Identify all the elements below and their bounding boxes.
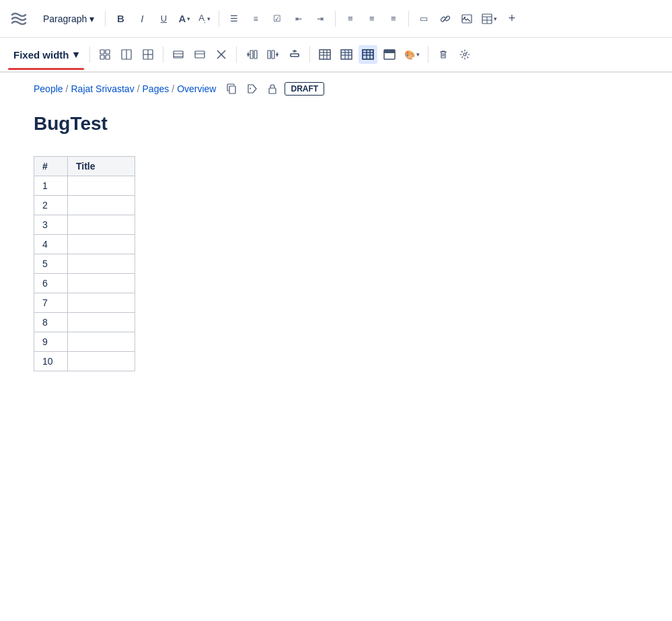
align-center-button[interactable]: ≡ bbox=[363, 9, 381, 28]
main-content: BugTest # Title 12345678910 bbox=[0, 102, 672, 398]
cell-title[interactable] bbox=[68, 293, 135, 313]
indent-less-button[interactable]: ⇤ bbox=[289, 9, 308, 28]
bullet-list-button[interactable]: ☰ bbox=[225, 9, 244, 28]
page-title[interactable]: BugTest bbox=[34, 108, 638, 140]
table-row[interactable]: 1 bbox=[34, 176, 135, 196]
app-logo bbox=[8, 8, 30, 30]
italic-button[interactable]: I bbox=[133, 9, 151, 28]
settings-button[interactable] bbox=[455, 45, 474, 64]
paragraph-label: Paragraph bbox=[43, 13, 87, 24]
table-row[interactable]: 5 bbox=[34, 254, 135, 274]
image-button[interactable] bbox=[457, 9, 476, 28]
font-style-button[interactable]: Aᵢ ▾ bbox=[196, 9, 213, 28]
data-table: # Title 12345678910 bbox=[34, 156, 135, 371]
svg-rect-44 bbox=[363, 50, 373, 59]
cell-title[interactable] bbox=[68, 235, 135, 254]
table-t4-button[interactable] bbox=[169, 45, 188, 64]
cell-title[interactable] bbox=[68, 332, 135, 352]
svg-rect-22 bbox=[250, 50, 253, 59]
numbered-list-button[interactable]: ≡ bbox=[246, 9, 265, 28]
delete-table-button[interactable] bbox=[434, 45, 453, 64]
table-row[interactable]: 7 bbox=[34, 293, 135, 313]
table-t5-button[interactable] bbox=[190, 45, 209, 64]
table-row[interactable]: 4 bbox=[34, 235, 135, 254]
cell-title[interactable] bbox=[68, 196, 135, 215]
table-button[interactable]: ▾ bbox=[479, 9, 500, 28]
cell-num[interactable]: 1 bbox=[34, 176, 68, 196]
cell-num[interactable]: 9 bbox=[34, 332, 68, 352]
col-insert-left-button[interactable] bbox=[242, 45, 261, 64]
paragraph-style-button[interactable]: Paragraph ▾ bbox=[38, 11, 100, 27]
table-row[interactable]: 3 bbox=[34, 215, 135, 235]
table-row[interactable]: 2 bbox=[34, 196, 135, 215]
table-style3-button[interactable] bbox=[359, 45, 377, 64]
svg-rect-7 bbox=[106, 50, 110, 54]
table-row[interactable]: 9 bbox=[34, 332, 135, 352]
table-style1-button[interactable] bbox=[315, 45, 334, 64]
align-left-button[interactable]: ≡ bbox=[341, 9, 360, 28]
divider-3 bbox=[335, 11, 336, 27]
svg-point-55 bbox=[250, 88, 251, 89]
table-style2-button[interactable] bbox=[337, 45, 356, 64]
underline-button[interactable]: U bbox=[154, 9, 173, 28]
cell-title[interactable] bbox=[68, 274, 135, 293]
table-t6-button[interactable] bbox=[212, 45, 231, 64]
table-t1-button[interactable] bbox=[96, 45, 114, 64]
table-row[interactable]: 10 bbox=[34, 352, 135, 371]
label-button[interactable] bbox=[244, 81, 260, 97]
cell-num[interactable]: 7 bbox=[34, 293, 68, 313]
breadcrumb-people-link[interactable]: People bbox=[34, 83, 63, 94]
cell-title[interactable] bbox=[68, 352, 135, 371]
table-t2-button[interactable] bbox=[117, 45, 136, 64]
svg-rect-34 bbox=[320, 50, 330, 59]
cell-num[interactable]: 10 bbox=[34, 352, 68, 371]
col-header-num: # bbox=[34, 157, 68, 176]
cell-num[interactable]: 2 bbox=[34, 196, 68, 215]
divider-4 bbox=[408, 11, 409, 27]
indent-more-button[interactable]: ⇥ bbox=[311, 9, 330, 28]
paragraph-chevron: ▾ bbox=[89, 13, 94, 24]
divider-t5 bbox=[428, 46, 428, 63]
align-right-button[interactable]: ≡ bbox=[384, 9, 403, 28]
cell-num[interactable]: 3 bbox=[34, 215, 68, 235]
cell-num[interactable]: 5 bbox=[34, 254, 68, 274]
svg-rect-27 bbox=[272, 50, 274, 59]
breadcrumb: People / Rajat Srivastav / Pages / Overv… bbox=[0, 73, 672, 102]
cell-title[interactable] bbox=[68, 313, 135, 332]
cell-title[interactable] bbox=[68, 215, 135, 235]
fixed-width-chevron: ▾ bbox=[73, 48, 79, 61]
breadcrumb-actions: DRAFT bbox=[224, 81, 324, 97]
table-header-row: # Title bbox=[34, 157, 135, 176]
cell-title[interactable] bbox=[68, 176, 135, 196]
col-insert-right-button[interactable] bbox=[264, 45, 283, 64]
svg-rect-18 bbox=[195, 51, 204, 58]
table-t3-button[interactable] bbox=[139, 45, 157, 64]
cell-num[interactable]: 6 bbox=[34, 274, 68, 293]
breadcrumb-overview-link[interactable]: Overview bbox=[177, 83, 216, 94]
lock-button[interactable] bbox=[264, 81, 281, 97]
table-row[interactable]: 6 bbox=[34, 274, 135, 293]
svg-rect-23 bbox=[254, 50, 257, 59]
table-row[interactable]: 8 bbox=[34, 313, 135, 332]
divider-2 bbox=[219, 11, 219, 27]
plus-more-button[interactable]: + bbox=[502, 9, 521, 28]
bold-button[interactable]: B bbox=[111, 9, 130, 28]
text-color-button[interactable]: A ▾ bbox=[176, 9, 193, 28]
cell-num[interactable]: 4 bbox=[34, 235, 68, 254]
cell-color-button[interactable]: 🎨 ▾ bbox=[402, 45, 422, 64]
checkbox-button[interactable]: ☑ bbox=[268, 9, 287, 28]
toolbar-second: Fixed width ▾ bbox=[0, 38, 672, 73]
svg-rect-50 bbox=[384, 50, 395, 53]
cell-title[interactable] bbox=[68, 254, 135, 274]
copy-page-button[interactable] bbox=[224, 81, 240, 97]
row-controls-button[interactable] bbox=[285, 45, 304, 64]
divider-t2 bbox=[163, 46, 163, 63]
card-view-button[interactable]: ▭ bbox=[414, 9, 433, 28]
breadcrumb-person-link[interactable]: Rajat Srivastav bbox=[71, 83, 134, 94]
link-button[interactable] bbox=[436, 9, 455, 28]
table-style4-button[interactable] bbox=[380, 45, 399, 64]
cell-num[interactable]: 8 bbox=[34, 313, 68, 332]
fixed-width-button[interactable]: Fixed width ▾ bbox=[8, 46, 84, 63]
svg-rect-9 bbox=[106, 55, 110, 59]
breadcrumb-pages-link[interactable]: Pages bbox=[143, 83, 170, 94]
